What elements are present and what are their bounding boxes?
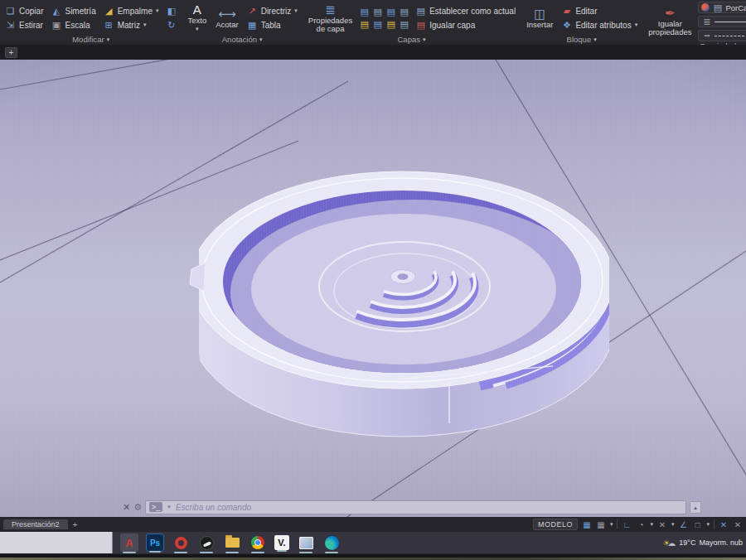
lineweight-dropdown[interactable]: ≣ PorCapa ▾	[698, 16, 746, 27]
chevron-down-icon: ▾	[635, 22, 638, 28]
running-indicator	[277, 550, 287, 552]
chevron-down-icon: ▾	[196, 25, 199, 33]
windows-search-input[interactable]	[0, 532, 113, 553]
object-color-dropdown[interactable]: ▤ PorCapa ▾	[698, 2, 746, 13]
layer-isolate-icon[interactable]: ▤	[372, 7, 383, 17]
table-button[interactable]: ▦ Tabla	[245, 19, 299, 31]
table-icon: ▦	[247, 20, 258, 30]
taskbar-v-app[interactable]: V.	[274, 535, 289, 550]
taskbar-weather-widget[interactable]: ☀ ☁ 19°C Mayorm. nub	[662, 538, 743, 548]
chevron-down-icon[interactable]: ▾	[610, 521, 613, 528]
taskbar-edge[interactable]	[322, 533, 341, 552]
taskbar-chrome[interactable]	[249, 533, 267, 552]
snap-icon[interactable]: ▦	[596, 520, 606, 529]
copy-button[interactable]: ❏ Copiar	[3, 5, 45, 17]
panel-label-bloque[interactable]: Bloque ▾	[524, 34, 639, 45]
annotation-visibility-icon[interactable]: ✕	[733, 520, 743, 529]
layer-properties-button[interactable]: ≣ Propiedades de capa	[306, 3, 355, 33]
linetype-dropdown[interactable]: ╍ PorCapa ▾	[698, 30, 746, 41]
chevron-down-icon: ▾	[143, 22, 147, 28]
command-input[interactable]: >_ ▾ Escriba un comando	[145, 500, 686, 514]
object-snap-tracking-icon[interactable]: ∠	[678, 520, 688, 529]
status-divider	[714, 519, 715, 529]
scale-button[interactable]: ▣ Escala	[49, 19, 97, 31]
command-history-toggle[interactable]: ▴	[690, 501, 701, 514]
lineweight-sample	[715, 22, 746, 22]
match-properties-button[interactable]: ✒ Igualar propiedades	[646, 7, 694, 36]
leader-icon: ↗	[247, 6, 258, 16]
dimension-icon: ⟷	[218, 7, 236, 21]
text-icon: A	[193, 3, 201, 17]
weather-condition: Mayorm. nub	[699, 538, 743, 547]
dynamic-input-icon[interactable]: ✕	[719, 520, 729, 529]
3d-model-disc[interactable]	[178, 162, 609, 447]
make-current-button[interactable]: ▤ Establecer como actual	[414, 5, 517, 17]
mirror-button[interactable]: ◭ Simetría	[49, 5, 97, 17]
grid-icon[interactable]: ▦	[582, 520, 592, 529]
close-icon[interactable]: ✕	[123, 502, 130, 513]
polar-tracking-icon[interactable]: ◔	[636, 520, 646, 529]
new-drawing-tab-button[interactable]: +	[5, 47, 17, 58]
layer-unlock-icon[interactable]: ▤	[399, 19, 409, 29]
chevron-down-icon: ▾	[294, 7, 298, 14]
stretch-icon: ⇲	[5, 20, 16, 30]
panel-label-anotacion[interactable]: Anotación ▾	[185, 34, 298, 45]
chevron-down-icon[interactable]: ▾	[650, 521, 653, 528]
chevron-down-icon: ▾	[593, 36, 597, 43]
attributes-icon: ❖	[561, 20, 572, 30]
trim-button[interactable]: ↻	[164, 19, 178, 31]
opera-icon	[175, 537, 187, 549]
layer-lock-icon[interactable]: ▤	[399, 7, 409, 17]
folder-icon	[225, 538, 240, 548]
ribbon-panel-propiedades: ✒ Igualar propiedades ▤ PorCapa ▾ ≣ PorC…	[642, 0, 746, 45]
fillet-icon: ◢	[104, 6, 114, 16]
layers-icon: ≣	[325, 3, 336, 17]
match-layer-button[interactable]: ▤ Igualar capa	[414, 19, 517, 31]
scale-icon: ▣	[51, 20, 61, 30]
center-hole	[398, 273, 409, 280]
taskbar-app-dark[interactable]	[197, 533, 216, 552]
array-button[interactable]: ⊞ Matriz ▾	[102, 19, 161, 31]
stretch-button[interactable]: ⇲ Estirar	[3, 19, 45, 31]
match-properties-icon: ✒	[665, 7, 676, 20]
file-tabs-bar: +	[0, 45, 746, 60]
edit-attributes-button[interactable]: ❖ Editar atributos ▾	[560, 19, 639, 31]
new-layout-button[interactable]: +	[73, 520, 78, 529]
model-space-button[interactable]: MODELO	[533, 519, 578, 530]
panel-label-modificar[interactable]: Modificar ▾	[3, 34, 178, 45]
wrench-icon[interactable]: ⚙	[133, 502, 142, 513]
fillet-button[interactable]: ◢ Empalme ▾	[102, 5, 161, 17]
ortho-icon[interactable]: ∟	[622, 520, 632, 529]
isometric-drafting-icon[interactable]: ✕	[657, 520, 667, 529]
status-divider	[617, 519, 618, 529]
taskbar-file-explorer[interactable]	[223, 533, 241, 552]
windows-taskbar: A Ps V.	[0, 532, 746, 553]
layer-off-icon[interactable]: ▤	[359, 7, 370, 17]
taskbar-autocad[interactable]: A	[120, 533, 138, 552]
block-edit-button[interactable]: ▰ Editar	[560, 5, 639, 17]
layer-unisolate-icon[interactable]: ▤	[372, 19, 383, 29]
layout-tab-presentacion2[interactable]: Presentación2	[3, 519, 68, 529]
drawing-viewport[interactable]: ✕ ⚙ >_ ▾ Escriba un comando ▴	[0, 60, 746, 517]
cloud-icon: ☁	[667, 538, 676, 548]
explode-button[interactable]: ◧	[164, 5, 178, 17]
text-button[interactable]: A Texto ▾	[185, 3, 209, 33]
object-snap-icon[interactable]: □	[692, 520, 702, 529]
chevron-down-icon[interactable]: ▾	[671, 521, 675, 528]
linetype-sample	[715, 36, 744, 36]
taskbar-photos[interactable]	[297, 533, 315, 552]
bowl-floor	[251, 214, 556, 364]
chevron-down-icon[interactable]: ▾	[706, 521, 710, 528]
edge-icon	[325, 536, 339, 550]
panel-label-capas[interactable]: Capas ▾	[306, 34, 517, 45]
layer-thaw-icon[interactable]: ▤	[385, 19, 396, 29]
status-bar: Presentación2 + MODELO ▦ ▦ ▾ ∟ ◔ ▾ ✕ ▾ ∠…	[0, 517, 746, 532]
leader-button[interactable]: ↗ Directriz ▾	[245, 5, 299, 17]
dimension-button[interactable]: ⟷ Acotar	[213, 7, 240, 29]
layer-match-icon: ▤	[415, 20, 426, 30]
layer-on-icon[interactable]: ▤	[359, 19, 370, 29]
layer-freeze-icon[interactable]: ▤	[385, 7, 396, 17]
insert-block-button[interactable]: ◫ Insertar	[524, 7, 555, 29]
taskbar-photoshop[interactable]: Ps	[146, 533, 164, 552]
taskbar-opera[interactable]	[172, 533, 190, 552]
